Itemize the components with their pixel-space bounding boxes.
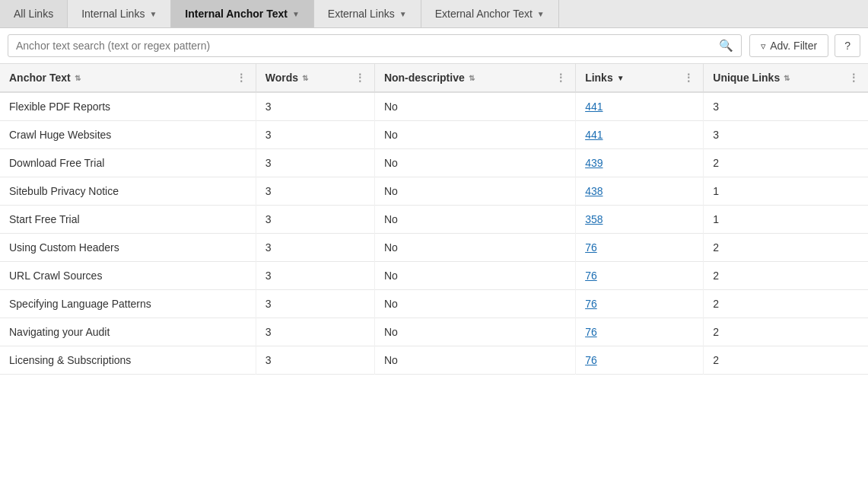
cell-anchor-text: Download Free Trial xyxy=(0,149,256,177)
cell-anchor-text: Navigating your Audit xyxy=(0,318,256,346)
adv-filter-label: Adv. Filter xyxy=(770,40,817,52)
help-button[interactable]: ? xyxy=(835,34,860,57)
th-links-label: Links xyxy=(585,72,613,84)
links-link[interactable]: 76 xyxy=(585,298,597,310)
table-header-row: Anchor Text ⇅ ⋮ Words ⇅ ⋮ Non-descriptiv… xyxy=(0,64,868,92)
th-words-label: Words xyxy=(265,72,298,84)
col-menu-anchor[interactable]: ⋮ xyxy=(236,72,246,84)
cell-unique-links: 1 xyxy=(704,206,868,234)
cell-unique-links: 3 xyxy=(704,121,868,149)
links-link[interactable]: 76 xyxy=(585,270,597,282)
tab-all-links[interactable]: All Links xyxy=(0,0,68,27)
cell-non-descriptive: No xyxy=(374,234,575,262)
cell-words: 3 xyxy=(256,290,374,318)
table-row: Download Free Trial3No4392 xyxy=(0,149,868,177)
cell-words: 3 xyxy=(256,262,374,290)
links-link[interactable]: 76 xyxy=(585,326,597,338)
chevron-down-icon: ▼ xyxy=(149,10,157,18)
cell-unique-links: 3 xyxy=(704,92,868,121)
tab-internal-anchor-text-label: Internal Anchor Text xyxy=(185,8,288,20)
th-links: Links ▼ ⋮ xyxy=(576,64,704,92)
cell-links: 441 xyxy=(576,92,704,121)
th-non-descriptive-label: Non-descriptive xyxy=(384,72,465,84)
links-link[interactable]: 358 xyxy=(585,213,603,225)
cell-words: 3 xyxy=(256,234,374,262)
col-menu-words[interactable]: ⋮ xyxy=(355,72,365,84)
cell-unique-links: 2 xyxy=(704,290,868,318)
cell-anchor-text: Using Custom Headers xyxy=(0,234,256,262)
tab-internal-links[interactable]: Internal Links ▼ xyxy=(68,0,171,27)
th-anchor-text: Anchor Text ⇅ ⋮ xyxy=(0,64,256,92)
anchor-text-table: Anchor Text ⇅ ⋮ Words ⇅ ⋮ Non-descriptiv… xyxy=(0,64,868,375)
cell-links: 76 xyxy=(576,290,704,318)
th-unique-links-label: Unique Links xyxy=(713,72,780,84)
search-input[interactable] xyxy=(16,40,714,52)
cell-words: 3 xyxy=(256,92,374,121)
table-container: Anchor Text ⇅ ⋮ Words ⇅ ⋮ Non-descriptiv… xyxy=(0,64,868,375)
cell-words: 3 xyxy=(256,177,374,206)
links-link[interactable]: 438 xyxy=(585,185,603,197)
tab-external-links-label: External Links xyxy=(328,8,395,20)
cell-non-descriptive: No xyxy=(374,149,575,177)
tab-bar: All Links Internal Links ▼ Internal Anch… xyxy=(0,0,868,28)
cell-links: 439 xyxy=(576,149,704,177)
col-menu-links[interactable]: ⋮ xyxy=(683,72,694,84)
tab-external-links[interactable]: External Links ▼ xyxy=(314,0,421,27)
search-icon: 🔍 xyxy=(719,39,733,53)
cell-links: 76 xyxy=(576,262,704,290)
cell-links: 76 xyxy=(576,234,704,262)
links-link[interactable]: 76 xyxy=(585,241,597,254)
table-row: Start Free Trial3No3581 xyxy=(0,206,868,234)
sort-icon-words[interactable]: ⇅ xyxy=(302,74,308,82)
cell-non-descriptive: No xyxy=(374,346,575,375)
links-link[interactable]: 441 xyxy=(585,129,603,141)
cell-non-descriptive: No xyxy=(374,206,575,234)
chevron-down-icon: ▼ xyxy=(537,10,545,18)
cell-non-descriptive: No xyxy=(374,318,575,346)
cell-non-descriptive: No xyxy=(374,290,575,318)
table-row: Sitebulb Privacy Notice3No4381 xyxy=(0,177,868,206)
cell-links: 441 xyxy=(576,121,704,149)
filter-bar: 🔍 ▿ Adv. Filter ? xyxy=(0,28,868,64)
sort-icon-unique[interactable]: ⇅ xyxy=(784,74,790,82)
tab-internal-anchor-text[interactable]: Internal Anchor Text ▼ xyxy=(171,0,313,27)
tab-internal-links-label: Internal Links xyxy=(81,8,145,20)
col-menu-unique[interactable]: ⋮ xyxy=(848,72,859,84)
cell-links: 438 xyxy=(576,177,704,206)
links-link[interactable]: 76 xyxy=(585,354,597,366)
table-row: Specifying Language Patterns3No762 xyxy=(0,290,868,318)
col-menu-nondesc[interactable]: ⋮ xyxy=(555,72,566,84)
cell-anchor-text: Start Free Trial xyxy=(0,206,256,234)
cell-anchor-text: Crawl Huge Websites xyxy=(0,121,256,149)
cell-anchor-text: URL Crawl Sources xyxy=(0,262,256,290)
th-words: Words ⇅ ⋮ xyxy=(256,64,374,92)
cell-links: 358 xyxy=(576,206,704,234)
table-row: Crawl Huge Websites3No4413 xyxy=(0,121,868,149)
tab-external-anchor-text[interactable]: External Anchor Text ▼ xyxy=(421,0,559,27)
table-row: Using Custom Headers3No762 xyxy=(0,234,868,262)
th-anchor-text-label: Anchor Text xyxy=(9,72,71,84)
chevron-down-icon: ▼ xyxy=(399,10,407,18)
th-unique-links: Unique Links ⇅ ⋮ xyxy=(704,64,868,92)
cell-unique-links: 2 xyxy=(704,234,868,262)
links-link[interactable]: 439 xyxy=(585,157,603,169)
cell-unique-links: 2 xyxy=(704,346,868,375)
sort-icon-anchor[interactable]: ⇅ xyxy=(75,74,81,82)
adv-filter-button[interactable]: ▿ Adv. Filter xyxy=(749,34,828,57)
cell-non-descriptive: No xyxy=(374,262,575,290)
sort-icon-links[interactable]: ▼ xyxy=(617,74,625,82)
links-link[interactable]: 441 xyxy=(585,101,603,113)
cell-non-descriptive: No xyxy=(374,121,575,149)
table-row: Licensing & Subscriptions3No762 xyxy=(0,346,868,375)
th-non-descriptive: Non-descriptive ⇅ ⋮ xyxy=(374,64,575,92)
table-row: Flexible PDF Reports3No4413 xyxy=(0,92,868,121)
cell-links: 76 xyxy=(576,318,704,346)
chevron-down-icon: ▼ xyxy=(292,10,300,18)
help-label: ? xyxy=(844,40,851,52)
cell-anchor-text: Licensing & Subscriptions xyxy=(0,346,256,375)
cell-unique-links: 2 xyxy=(704,318,868,346)
cell-unique-links: 2 xyxy=(704,262,868,290)
table-row: Navigating your Audit3No762 xyxy=(0,318,868,346)
sort-icon-nondesc[interactable]: ⇅ xyxy=(469,74,475,82)
filter-icon: ▿ xyxy=(761,40,766,52)
